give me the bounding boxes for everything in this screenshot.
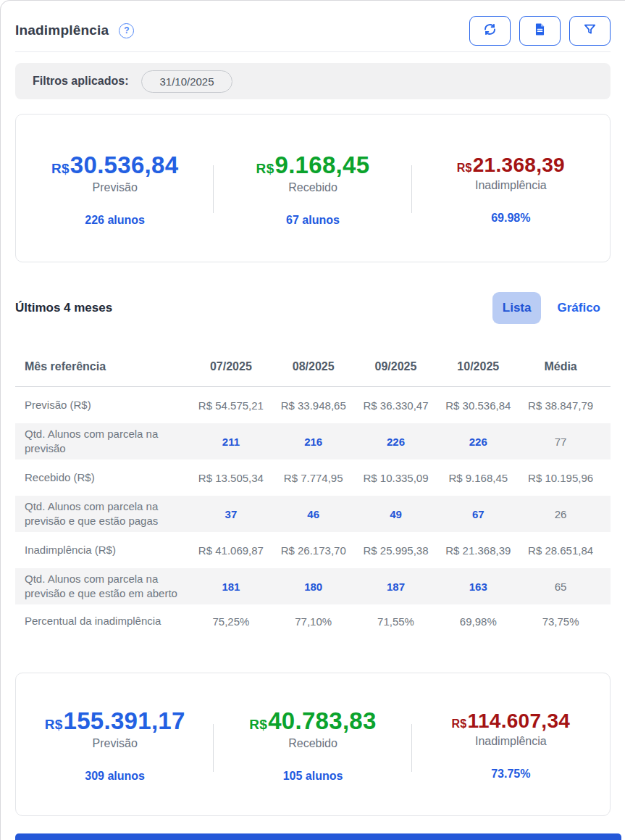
recebido-value: 9.168,45 <box>275 151 370 179</box>
cell: R$ 41.069,87 <box>190 544 272 557</box>
cell: 77 <box>519 436 602 448</box>
cell: R$ 38.847,79 <box>519 399 602 412</box>
cell: R$ 9.168,45 <box>437 472 519 484</box>
cell: 216 <box>272 436 355 448</box>
table-row: Qtd. Alunos com parcela na previsão 211 … <box>15 423 611 459</box>
cell: R$ 33.948,65 <box>272 399 355 412</box>
tab-grafico[interactable]: Gráfico <box>547 292 611 324</box>
cell: 46 <box>272 508 355 520</box>
col-header-mes: Mês referência <box>25 360 190 373</box>
date-filter-chip[interactable]: 31/10/2025 <box>141 70 232 93</box>
row-label: Recebido (R$) <box>25 470 190 485</box>
help-icon[interactable]: ? <box>119 23 134 38</box>
months-table: Mês referência 07/2025 08/2025 09/2025 1… <box>1 346 625 638</box>
table-row: Percentual da inadimplência 75,25% 77,10… <box>15 604 611 638</box>
col-header-08-2025: 08/2025 <box>272 360 355 373</box>
cell: 49 <box>355 508 437 520</box>
inadimplencia-value: 21.368,39 <box>473 154 565 177</box>
applied-filters-bar: Filtros aplicados: 31/10/2025 <box>15 63 611 99</box>
cell: R$ 26.173,70 <box>272 544 355 557</box>
cell: R$ 36.330,47 <box>355 399 437 412</box>
inadimplencia-percent: 69.98% <box>491 212 530 225</box>
summary-previsao-total: R$155.391,17 Previsão 309 alunos <box>16 673 214 815</box>
page-title: Inadimplência <box>15 22 109 38</box>
section-header: Últimos 4 meses Lista Gráfico <box>15 290 611 326</box>
cell: 65 <box>519 581 602 593</box>
col-header-07-2025: 07/2025 <box>190 360 272 373</box>
cell: R$ 28.651,84 <box>519 544 602 557</box>
cell: 37 <box>190 508 272 520</box>
inadimplencia-panel: Inadimplência ? <box>0 0 625 840</box>
summary-inadimplencia-total: R$114.607,34 Inadimplência 73.75% <box>412 673 610 815</box>
row-label: Qtd. Alunos com parcela na previsão e qu… <box>25 572 190 602</box>
inadimplencia-total-value: 114.607,34 <box>468 710 571 733</box>
cell: 75,25% <box>190 615 272 628</box>
tab-lista[interactable]: Lista <box>492 292 542 324</box>
cell: 71,55% <box>355 615 437 628</box>
table-row: Inadimplência (R$) R$ 41.069,87 R$ 26.17… <box>15 532 611 568</box>
currency-prefix: R$ <box>256 161 274 177</box>
cell: 187 <box>355 581 437 593</box>
summary-recebido-total: R$40.783,83 Recebido 105 alunos <box>214 673 411 815</box>
col-header-media: Média <box>519 360 602 373</box>
previsao-label: Previsão <box>93 181 138 194</box>
summary-recebido: R$9.168,45 Recebido 67 alunos <box>214 115 411 262</box>
cell: 226 <box>355 436 437 448</box>
currency-prefix: R$ <box>457 162 472 175</box>
table-row: Qtd. Alunos com parcela na previsão e qu… <box>15 496 611 532</box>
header: Inadimplência ? <box>1 1 625 46</box>
table-row: Qtd. Alunos com parcela na previsão e qu… <box>15 568 611 604</box>
cell: 211 <box>190 436 272 448</box>
currency-prefix: R$ <box>249 717 267 733</box>
recebido-total-alunos: 105 alunos <box>283 770 343 783</box>
filter-button[interactable] <box>569 16 611 46</box>
row-label: Inadimplência (R$) <box>25 543 190 557</box>
header-actions <box>469 16 611 46</box>
cell: R$ 30.536,84 <box>437 399 519 412</box>
cell: R$ 21.368,39 <box>437 544 519 557</box>
refresh-icon <box>483 22 497 39</box>
report-button[interactable] <box>519 16 561 46</box>
view-tabs: Lista Gráfico <box>492 292 611 324</box>
cell: 26 <box>519 508 602 520</box>
applied-filters-label: Filtros aplicados: <box>33 75 128 88</box>
filter-icon <box>583 22 597 39</box>
inadimplencia-total-percent: 73.75% <box>491 768 530 781</box>
col-header-09-2025: 09/2025 <box>355 360 437 373</box>
cell: 69,98% <box>437 615 519 628</box>
previsao-alunos: 226 alunos <box>85 214 145 227</box>
summary-previsao: R$30.536,84 Previsão 226 alunos <box>16 115 214 262</box>
recebido-total-value: 40.783,83 <box>268 707 377 735</box>
recebido-total-label: Recebido <box>288 737 337 750</box>
recebido-alunos: 67 alunos <box>286 214 340 227</box>
cell: R$ 25.995,38 <box>355 544 437 557</box>
currency-prefix: R$ <box>51 161 70 177</box>
row-label: Percentual da inadimplência <box>25 614 190 628</box>
table-row: Recebido (R$) R$ 13.505,34 R$ 7.774,95 R… <box>15 459 611 496</box>
section-title: Últimos 4 meses <box>15 301 112 315</box>
cell: R$ 13.505,34 <box>190 472 272 484</box>
cell: R$ 10.195,96 <box>519 472 602 484</box>
cell: R$ 7.774,95 <box>272 472 355 484</box>
cell: 163 <box>437 581 519 593</box>
header-divider <box>15 51 611 52</box>
previsao-total-value: 155.391,17 <box>64 707 185 735</box>
cell: R$ 54.575,21 <box>190 399 272 412</box>
summary-card-top: R$30.536,84 Previsão 226 alunos R$9.168,… <box>15 114 611 262</box>
cell: 67 <box>437 508 519 520</box>
table-row: Previsão (R$) R$ 54.575,21 R$ 33.948,65 … <box>15 387 611 423</box>
summary-card-bottom: R$155.391,17 Previsão 309 alunos R$40.78… <box>15 673 611 816</box>
table-header-row: Mês referência 07/2025 08/2025 09/2025 1… <box>15 346 611 387</box>
cell: 77,10% <box>272 615 355 628</box>
row-label: Qtd. Alunos com parcela na previsão e qu… <box>25 499 190 529</box>
row-label: Previsão (R$) <box>25 398 190 412</box>
report-icon <box>533 22 547 39</box>
col-header-10-2025: 10/2025 <box>437 360 519 373</box>
bottom-accent-bar <box>15 833 621 840</box>
refresh-button[interactable] <box>469 16 511 46</box>
inadimplencia-total-label: Inadimplência <box>475 735 547 748</box>
currency-prefix: R$ <box>45 717 63 733</box>
previsao-total-label: Previsão <box>93 737 138 750</box>
cell: 181 <box>190 581 272 593</box>
cell: 73,75% <box>519 615 602 628</box>
